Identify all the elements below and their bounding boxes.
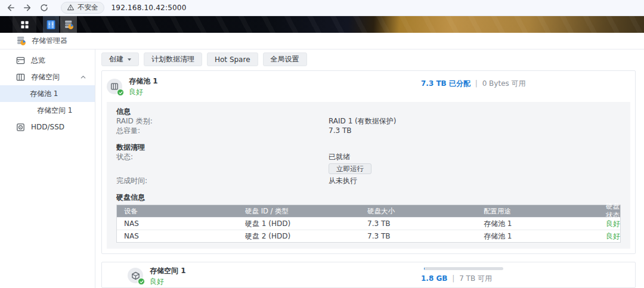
global-settings-button-label: 全局设置 [271, 54, 299, 64]
sidebar-item-storage[interactable]: 存储空间 [0, 69, 95, 85]
sidebar-item-label: 总览 [31, 55, 45, 66]
scrub-status-value: 已就绪 [329, 153, 350, 161]
disk-table-header: 设备 硬盘 ID / 类型 硬盘大小 配置用途 硬盘状态 [117, 205, 620, 217]
finish-time-row: 完成时间: 从未执行 [116, 176, 621, 185]
scrub-status-label: 状态: [116, 152, 329, 176]
security-label: 不安全 [78, 3, 98, 12]
sidebar-item-label: 存储池 1 [30, 89, 58, 99]
hot-spare-button[interactable]: Hot Spare [207, 52, 258, 66]
disk-table: 设备 硬盘 ID / 类型 硬盘大小 配置用途 硬盘状态 NAS 硬盘 1 (H… [116, 205, 621, 243]
sidebar-item-storage-pool-1[interactable]: 存储池 1 [0, 85, 95, 102]
taskbar-storage-manager-button[interactable] [60, 16, 77, 33]
raid-type-value: RAID 1 (有数据保护) [329, 116, 396, 126]
volume-icon [128, 268, 143, 283]
volume-available: 7 TB 可用 [459, 274, 492, 283]
window-title: 存储管理器 [32, 36, 67, 46]
sidebar-item-hdd-ssd[interactable]: HDD/SSD [0, 119, 95, 135]
separator: | [473, 79, 480, 88]
browser-address-bar: 不安全 192.168.10.42:5000 [0, 0, 644, 16]
storage-icon [16, 73, 25, 82]
healthy-check-icon [117, 89, 124, 96]
table-row[interactable]: NAS 硬盘 2 (HDD) 7.3 TB 存储池 1 良好 [117, 230, 620, 242]
cell-id-type: 硬盘 1 (HDD) [245, 219, 367, 229]
warning-triangle-icon [67, 4, 75, 11]
cell-id-type: 硬盘 2 (HDD) [245, 231, 367, 241]
toolbar: 创建 计划数据清理 Hot Spare 全局设置 [101, 52, 636, 66]
create-button[interactable]: 创建 [101, 52, 139, 66]
storage-pool-card: 存储池 1 良好 7.3 TB 已分配 | 0 Bytes 可用 信息 RAID… [101, 70, 636, 254]
sidebar-item-volume-1[interactable]: 存储空间 1 [0, 102, 95, 119]
cell-status: 良好 [606, 231, 620, 241]
main-area: 总览 存储空间 存储池 1 存储空间 1 [0, 49, 644, 288]
finish-time-label: 完成时间: [116, 176, 329, 185]
sidebar-item-label: 存储空间 [31, 72, 60, 82]
overview-icon [16, 56, 25, 65]
col-device: 设备 [117, 207, 245, 216]
hot-spare-button-label: Hot Spare [215, 55, 250, 64]
pool-title: 存储池 1 [129, 76, 158, 86]
run-now-button[interactable]: 立即运行 [329, 163, 371, 174]
raid-type-row: RAID 类别: RAID 1 (有数据保护) [116, 116, 621, 126]
info-section-header: 信息 [116, 107, 621, 116]
scrub-button-label: 计划数据清理 [151, 54, 194, 64]
not-secure-chip[interactable]: 不安全 [61, 2, 104, 14]
reload-icon[interactable] [39, 3, 49, 13]
scrub-status-row: 状态: 已就绪 立即运行 [116, 152, 621, 176]
col-status: 硬盘状态 [606, 202, 620, 220]
pool-allocated: 7.3 TB 已分配 [421, 79, 470, 88]
total-capacity-row: 总容量: 7.3 TB [116, 126, 621, 135]
sidebar-item-overview[interactable]: 总览 [0, 52, 95, 69]
cell-device: NAS [117, 232, 245, 240]
separator: | [450, 274, 457, 283]
col-usage: 配置用途 [484, 207, 606, 216]
storage-pool-header[interactable]: 存储池 1 良好 7.3 TB 已分配 | 0 Bytes 可用 [102, 71, 635, 102]
screen: 不安全 192.168.10.42:5000 [0, 0, 644, 288]
pool-available: 0 Bytes 可用 [482, 79, 526, 88]
dsm-taskbar [0, 16, 644, 33]
taskbar-open-app-button[interactable] [43, 16, 59, 33]
volume-capacity: 1.8 GB | 7 TB 可用 [421, 274, 492, 284]
raid-type-label: RAID 类别: [116, 116, 329, 126]
volume-status: 良好 [150, 277, 164, 287]
app-window-icon [46, 20, 56, 30]
create-button-label: 创建 [109, 54, 123, 64]
main-menu-grid-icon [20, 20, 29, 29]
sidebar-item-label: HDD/SSD [31, 123, 64, 131]
total-capacity-label: 总容量: [116, 126, 329, 135]
healthy-check-icon [138, 278, 145, 285]
main-menu-button[interactable] [13, 16, 36, 33]
volume-title: 存储空间 1 [150, 266, 186, 276]
chevron-up-icon[interactable] [80, 74, 86, 80]
forward-icon[interactable] [23, 3, 32, 13]
cell-size: 7.3 TB [367, 232, 484, 240]
sidebar: 总览 存储空间 存储池 1 存储空间 1 [0, 49, 95, 288]
storage-pool-icon [107, 79, 122, 94]
scheduled-scrubbing-button[interactable]: 计划数据清理 [144, 52, 202, 66]
total-capacity-value: 7.3 TB [329, 126, 351, 135]
storage-manager-icon [16, 36, 26, 46]
scrubbing-section-header: 数据清理 [116, 143, 621, 152]
volume-used: 1.8 GB [421, 274, 447, 283]
url-text[interactable]: 192.168.10.42:5000 [112, 4, 187, 12]
cell-size: 7.3 TB [367, 219, 484, 228]
finish-time-value: 从未执行 [329, 176, 357, 185]
disk-icon [16, 123, 25, 132]
volume-usage-bar [424, 267, 503, 270]
global-settings-button[interactable]: 全局设置 [263, 52, 307, 66]
pool-detail-panel: 信息 RAID 类别: RAID 1 (有数据保护) 总容量: 7.3 TB 数… [107, 102, 630, 249]
back-icon[interactable] [6, 3, 16, 13]
storage-manager-icon [64, 20, 74, 30]
col-size: 硬盘大小 [367, 207, 484, 216]
caret-down-icon [128, 58, 131, 61]
volume-card[interactable]: 存储空间 1 良好 1.8 GB | 7 TB 可用 [101, 262, 636, 288]
pool-capacity: 7.3 TB 已分配 | 0 Bytes 可用 [421, 79, 526, 89]
cell-usage: 存储池 1 [484, 219, 606, 229]
cell-usage: 存储池 1 [484, 231, 606, 241]
sidebar-item-label: 存储空间 1 [37, 106, 72, 116]
cell-device: NAS [117, 219, 245, 228]
cell-status: 良好 [606, 219, 620, 229]
table-row[interactable]: NAS 硬盘 1 (HDD) 7.3 TB 存储池 1 良好 [117, 217, 620, 230]
content-panel: 创建 计划数据清理 Hot Spare 全局设置 [95, 49, 644, 288]
window-titlebar: 存储管理器 [0, 33, 644, 49]
disk-info-section-header: 硬盘信息 [116, 193, 621, 202]
